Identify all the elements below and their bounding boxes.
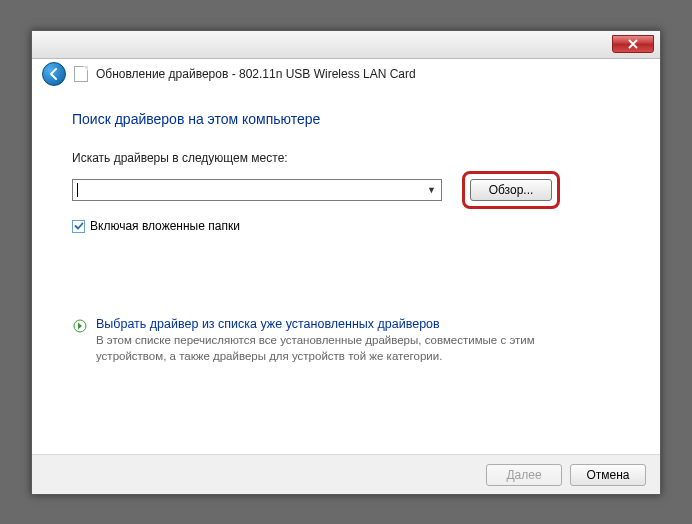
dialog-window: Обновление драйверов - 802.11n USB Wirel… <box>31 30 661 495</box>
dialog-footer: Далее Отмена <box>32 454 660 494</box>
page-heading: Поиск драйверов на этом компьютере <box>72 111 620 127</box>
browse-button[interactable]: Обзор... <box>470 179 552 201</box>
titlebar[interactable] <box>32 31 660 59</box>
path-combobox[interactable]: ▼ <box>72 179 442 201</box>
link-arrow-icon <box>72 318 88 334</box>
include-subfolders-checkbox[interactable] <box>72 220 85 233</box>
dropdown-caret-icon[interactable]: ▼ <box>427 185 436 195</box>
pick-driver-desc: В этом списке перечисляются все установл… <box>96 333 586 364</box>
nav-row: Обновление драйверов - 802.11n USB Wirel… <box>32 59 660 89</box>
close-button[interactable] <box>612 35 654 53</box>
cancel-button-label: Отмена <box>586 468 629 482</box>
pick-driver-link[interactable]: Выбрать драйвер из списка уже установлен… <box>72 317 620 364</box>
pick-driver-title: Выбрать драйвер из списка уже установлен… <box>96 317 586 331</box>
next-button: Далее <box>486 464 562 486</box>
path-label: Искать драйверы в следующем месте: <box>72 151 620 165</box>
document-icon <box>74 66 88 82</box>
include-subfolders-label: Включая вложенные папки <box>90 219 240 233</box>
path-row: ▼ Обзор... <box>72 171 620 209</box>
highlight-annotation: Обзор... <box>462 171 560 209</box>
text-cursor <box>77 183 78 197</box>
back-button[interactable] <box>42 62 66 86</box>
content-area: Поиск драйверов на этом компьютере Искат… <box>32 89 660 455</box>
checkmark-icon <box>74 221 84 231</box>
back-arrow-icon <box>47 67 61 81</box>
close-icon <box>628 39 638 49</box>
cancel-button[interactable]: Отмена <box>570 464 646 486</box>
include-subfolders-row: Включая вложенные папки <box>72 219 620 233</box>
next-button-label: Далее <box>506 468 541 482</box>
window-title: Обновление драйверов - 802.11n USB Wirel… <box>96 67 416 81</box>
pick-driver-text: Выбрать драйвер из списка уже установлен… <box>96 317 586 364</box>
browse-button-label: Обзор... <box>489 183 534 197</box>
